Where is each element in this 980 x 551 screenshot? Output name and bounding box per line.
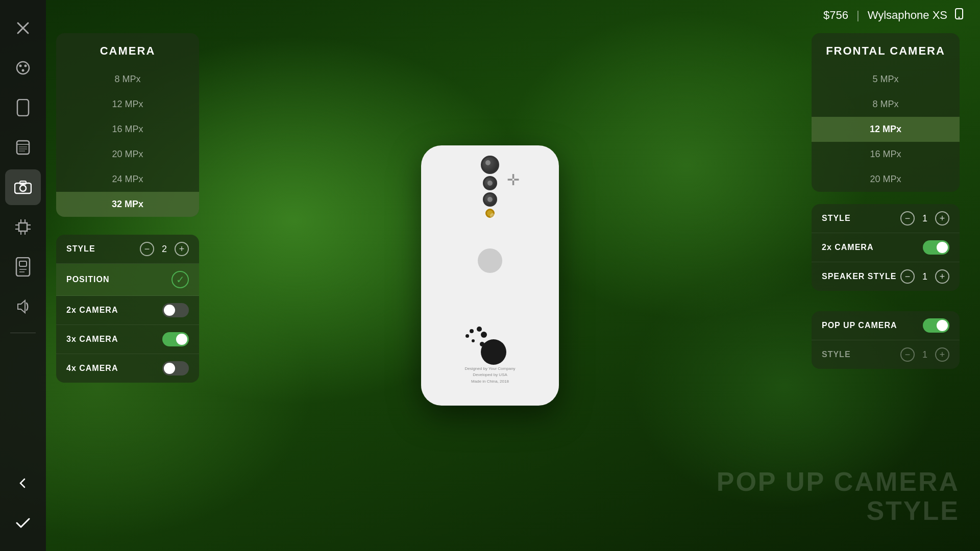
right-speaker-increment[interactable]: + xyxy=(935,269,949,284)
right-style-row: STYLE − 1 + xyxy=(812,204,960,233)
frontal-option-20mpx[interactable]: 20 MPx xyxy=(812,167,960,192)
right-style-label: STYLE xyxy=(822,214,900,223)
svg-marker-28 xyxy=(18,300,25,313)
topbar-device-name: Wylsaphone XS xyxy=(868,9,947,22)
phone-logo: Designed by Your Company Developed by US… xyxy=(464,366,515,385)
right-speaker-decrement[interactable]: − xyxy=(900,269,915,284)
svg-rect-15 xyxy=(19,223,27,231)
splatter-dots xyxy=(465,324,506,365)
popup-camera-row: POP UP CAMERA xyxy=(812,311,960,340)
svg-point-5 xyxy=(22,69,24,72)
phone-tagline-1: Designed by Your Company xyxy=(464,366,515,372)
position-row: POSITION ✓ xyxy=(56,264,199,296)
frontal-option-8mpx[interactable]: 8 MPx xyxy=(812,92,960,117)
sidebar-divider xyxy=(10,333,36,333)
right-frontal-panel: FRONTAL CAMERA 5 MPx 8 MPx 12 MPx 16 MPx… xyxy=(812,33,960,192)
camera-lens-2 xyxy=(483,176,497,190)
camera-option-16mpx[interactable]: 16 MPx xyxy=(56,117,199,142)
camera-lens-3 xyxy=(483,192,497,207)
sidebar-item-card[interactable] xyxy=(5,249,41,285)
camera-panel-title: CAMERA xyxy=(56,33,199,67)
phone-mockup: ✛ Designed by Your Company Developed by … xyxy=(421,145,559,406)
svg-point-30 xyxy=(959,17,960,18)
sidebar-item-chip[interactable] xyxy=(5,209,41,245)
dot-2 xyxy=(477,327,482,332)
style-value: 2 xyxy=(159,244,169,255)
frontal-camera-title: FRONTAL CAMERA xyxy=(812,33,960,67)
popup-style-increment[interactable]: + xyxy=(935,347,949,362)
3x-camera-toggle[interactable] xyxy=(162,332,189,346)
left-style-panel: STYLE − 2 + POSITION ✓ 2x CAMERA 3x CAME… xyxy=(56,235,199,383)
right-2x-camera-toggle[interactable] xyxy=(923,240,949,255)
sidebar-item-screen[interactable] xyxy=(5,130,41,165)
topbar: $756 | Wylsaphone XS xyxy=(823,0,980,31)
style-decrement[interactable]: − xyxy=(140,242,154,256)
svg-rect-25 xyxy=(19,261,27,266)
sidebar-item-case[interactable] xyxy=(5,90,41,126)
sidebar-item-confirm[interactable] xyxy=(5,505,41,541)
right-mid-panel: STYLE − 1 + 2x CAMERA SPEAKER STYLE − 1 … xyxy=(812,204,960,291)
right-speaker-row: SPEAKER STYLE − 1 + xyxy=(812,262,960,291)
left-camera-panel: CAMERA 8 MPx 12 MPx 16 MPx 20 MPx 24 MPx… xyxy=(56,33,199,217)
phone-icon xyxy=(953,8,965,22)
popup-style-label: STYLE xyxy=(822,350,900,359)
sidebar-item-sound[interactable] xyxy=(5,289,41,324)
popup-style-decrement[interactable]: − xyxy=(900,347,915,362)
right-2x-camera-row: 2x CAMERA xyxy=(812,233,960,262)
popup-style-stepper: − 1 + xyxy=(900,347,949,362)
3x-camera-row: 3x CAMERA xyxy=(56,325,199,354)
sidebar-item-palette[interactable] xyxy=(5,50,41,86)
frontal-camera-options: 5 MPx 8 MPx 12 MPx 16 MPx 20 MPx xyxy=(812,67,960,192)
topbar-separator: | xyxy=(856,9,860,22)
frontal-option-5mpx[interactable]: 5 MPx xyxy=(812,67,960,92)
4x-camera-toggle-thumb xyxy=(164,363,175,374)
dot-1 xyxy=(470,329,474,333)
topbar-price: $756 xyxy=(823,9,848,22)
popup-camera-toggle[interactable] xyxy=(923,318,949,333)
popup-camera-toggle-thumb xyxy=(937,320,948,331)
right-speaker-value: 1 xyxy=(920,271,930,282)
sidebar-item-brush[interactable] xyxy=(5,10,41,46)
sidebar-item-back[interactable] xyxy=(5,465,41,501)
camera-option-8mpx[interactable]: 8 MPx xyxy=(56,67,199,92)
sidebar-item-camera[interactable] xyxy=(5,169,41,205)
camera-lens-1 xyxy=(481,156,499,174)
3x-camera-label: 3x CAMERA xyxy=(66,335,162,344)
4x-camera-row: 4x CAMERA xyxy=(56,354,199,383)
style-row: STYLE − 2 + xyxy=(56,235,199,264)
right-style-stepper: − 1 + xyxy=(900,211,949,226)
svg-point-13 xyxy=(20,185,26,191)
2x-camera-row: 2x CAMERA xyxy=(56,296,199,325)
svg-rect-6 xyxy=(17,99,29,116)
camera-lens-4 xyxy=(485,209,495,218)
3x-camera-toggle-thumb xyxy=(176,334,187,345)
camera-options-list: 8 MPx 12 MPx 16 MPx 20 MPx 24 MPx 32 MPx xyxy=(56,67,199,217)
popup-style-value: 1 xyxy=(920,349,930,360)
right-2x-camera-toggle-thumb xyxy=(937,242,948,253)
dot-3 xyxy=(465,334,469,338)
phone-splatter xyxy=(465,324,506,365)
frontal-option-12mpx[interactable]: 12 MPx xyxy=(812,117,960,142)
4x-camera-label: 4x CAMERA xyxy=(66,364,162,373)
sidebar xyxy=(0,0,46,551)
2x-camera-toggle[interactable] xyxy=(162,303,189,317)
svg-point-2 xyxy=(17,62,29,74)
style-stepper: − 2 + xyxy=(140,242,189,256)
camera-option-24mpx[interactable]: 24 MPx xyxy=(56,167,199,192)
position-label: POSITION xyxy=(66,275,172,284)
dot-main xyxy=(481,339,506,365)
position-check[interactable]: ✓ xyxy=(172,271,189,288)
phone-camera-module: ✛ xyxy=(481,156,499,218)
right-style-decrement[interactable]: − xyxy=(900,211,915,226)
camera-option-12mpx[interactable]: 12 MPx xyxy=(56,92,199,117)
right-speaker-label: SPEAKER STYLE xyxy=(822,272,900,281)
right-style-increment[interactable]: + xyxy=(935,211,949,226)
style-increment[interactable]: + xyxy=(175,242,189,256)
camera-option-32mpx[interactable]: 32 MPx xyxy=(56,192,199,217)
phone-body: ✛ Designed by Your Company Developed by … xyxy=(421,145,559,406)
dot-5 xyxy=(481,332,487,338)
camera-option-20mpx[interactable]: 20 MPx xyxy=(56,142,199,167)
popup-camera-label: POP UP CAMERA xyxy=(822,321,923,330)
4x-camera-toggle[interactable] xyxy=(162,361,189,375)
frontal-option-16mpx[interactable]: 16 MPx xyxy=(812,142,960,167)
